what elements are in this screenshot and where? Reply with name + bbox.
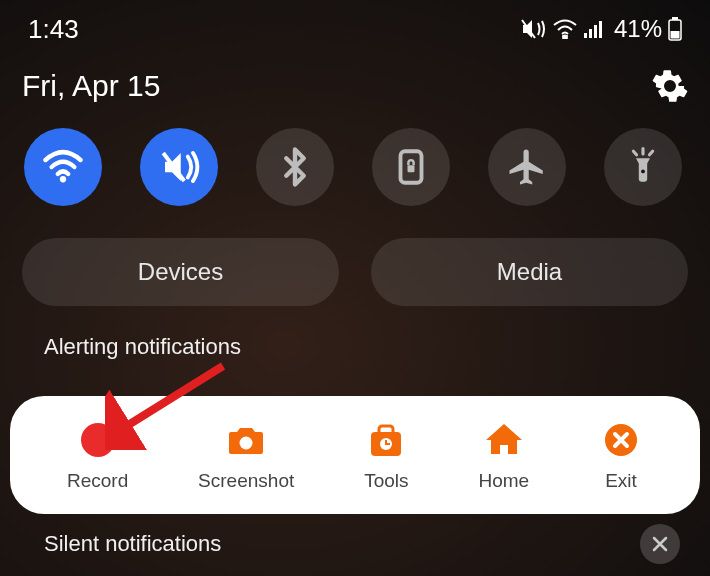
svg-rect-8 bbox=[671, 31, 680, 39]
svg-rect-12 bbox=[408, 165, 415, 172]
devices-button[interactable]: Devices bbox=[22, 238, 339, 306]
screenshot-label: Screenshot bbox=[198, 470, 294, 492]
mute-vibrate-icon bbox=[158, 146, 200, 188]
home-label: Home bbox=[478, 470, 529, 492]
battery-icon bbox=[668, 17, 682, 41]
devices-label: Devices bbox=[138, 258, 223, 286]
home-button[interactable]: Home bbox=[478, 418, 529, 492]
date-text[interactable]: Fri, Apr 15 bbox=[22, 69, 160, 103]
svg-rect-4 bbox=[594, 25, 597, 38]
screenshot-button[interactable]: Screenshot bbox=[198, 418, 294, 492]
svg-rect-7 bbox=[672, 17, 678, 20]
svg-point-18 bbox=[240, 437, 253, 450]
svg-line-16 bbox=[649, 151, 652, 155]
exit-button[interactable]: Exit bbox=[599, 418, 643, 492]
camera-icon bbox=[224, 418, 268, 462]
qs-bluetooth-button[interactable] bbox=[256, 128, 334, 206]
svg-point-9 bbox=[60, 176, 66, 182]
svg-point-13 bbox=[641, 169, 645, 173]
portrait-lock-icon bbox=[390, 146, 432, 188]
svg-line-15 bbox=[633, 151, 636, 155]
toolbox-icon bbox=[364, 418, 408, 462]
svg-point-17 bbox=[81, 423, 115, 457]
qs-wifi-button[interactable] bbox=[24, 128, 102, 206]
home-icon bbox=[482, 418, 526, 462]
record-icon bbox=[76, 418, 120, 462]
media-button[interactable]: Media bbox=[371, 238, 688, 306]
battery-percent: 41% bbox=[614, 15, 662, 43]
bluetooth-icon bbox=[274, 146, 316, 188]
media-label: Media bbox=[497, 258, 562, 286]
mute-vibrate-status-icon bbox=[520, 18, 546, 40]
tools-label: Tools bbox=[364, 470, 408, 492]
exit-label: Exit bbox=[605, 470, 637, 492]
record-button[interactable]: Record bbox=[67, 418, 128, 492]
qs-rotation-lock-button[interactable] bbox=[372, 128, 450, 206]
exit-icon bbox=[599, 418, 643, 462]
record-label: Record bbox=[67, 470, 128, 492]
recorder-toolbar: Record Screenshot Tools Ho bbox=[10, 396, 700, 514]
qs-airplane-button[interactable] bbox=[488, 128, 566, 206]
clock: 1:43 bbox=[28, 14, 79, 45]
airplane-icon bbox=[506, 146, 548, 188]
silent-section-header: Silent notifications bbox=[44, 531, 221, 557]
flashlight-icon bbox=[622, 146, 664, 188]
dismiss-silent-button[interactable] bbox=[640, 524, 680, 564]
svg-rect-3 bbox=[589, 29, 592, 38]
qs-sound-button[interactable] bbox=[140, 128, 218, 206]
settings-gear-icon[interactable] bbox=[652, 68, 688, 104]
svg-rect-22 bbox=[386, 443, 390, 445]
alerting-section-header: Alerting notifications bbox=[22, 334, 688, 360]
status-icons: 41% bbox=[520, 15, 682, 43]
tools-button[interactable]: Tools bbox=[364, 418, 408, 492]
status-bar: 1:43 41% bbox=[22, 0, 688, 58]
signal-status-icon bbox=[584, 20, 606, 38]
qs-flashlight-button[interactable] bbox=[604, 128, 682, 206]
quick-settings-row bbox=[22, 128, 688, 206]
svg-rect-2 bbox=[584, 33, 587, 38]
wifi-icon bbox=[42, 146, 84, 188]
svg-rect-5 bbox=[599, 21, 602, 38]
wifi-status-icon bbox=[552, 19, 578, 39]
svg-point-1 bbox=[563, 36, 566, 39]
close-icon bbox=[650, 534, 670, 554]
